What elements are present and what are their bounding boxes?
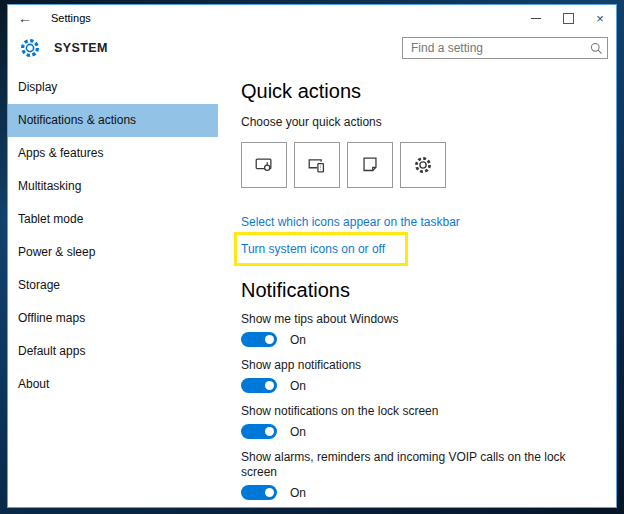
sidebar-item-power-sleep[interactable]: Power & sleep	[8, 236, 218, 269]
toggle-app-notifications[interactable]	[241, 378, 277, 393]
highlight-annotation-box: Turn system icons on or off	[234, 232, 408, 266]
toggle-tips[interactable]	[241, 332, 277, 347]
sidebar-item-apps-features[interactable]: Apps & features	[8, 137, 218, 170]
quick-action-connect-button[interactable]	[294, 142, 340, 188]
toggle-label-tips: Show me tips about Windows	[241, 312, 586, 327]
toggle-knob	[265, 488, 274, 497]
close-button[interactable]: ×	[584, 5, 616, 31]
quick-actions-subtitle: Choose your quick actions	[241, 115, 616, 130]
quick-action-tablet-mode-button[interactable]	[241, 142, 287, 188]
quick-actions-row	[241, 142, 616, 188]
maximize-button[interactable]	[552, 5, 584, 31]
note-icon	[359, 154, 381, 176]
toggle-knob	[265, 335, 274, 344]
settings-gear-icon	[18, 36, 42, 60]
toggle-state-tips: On	[290, 333, 306, 347]
connect-icon	[306, 154, 328, 176]
link-turn-system-icons[interactable]: Turn system icons on or off	[241, 241, 385, 257]
toggle-state-alarms: On	[290, 486, 306, 500]
toggle-knob	[265, 427, 274, 436]
search-icon	[589, 41, 603, 55]
notifications-heading: Notifications	[241, 278, 616, 302]
toggle-state-lock-screen: On	[290, 425, 306, 439]
page-title: SYSTEM	[54, 41, 108, 55]
toggle-state-app-notifications: On	[290, 379, 306, 393]
quick-action-note-button[interactable]	[347, 142, 393, 188]
app-header: SYSTEM	[8, 31, 616, 65]
settings-window: ← Settings × SYSTEM Displa	[7, 4, 617, 508]
tablet-mode-icon	[253, 154, 275, 176]
sidebar: Display Notifications & actions Apps & f…	[8, 65, 218, 507]
sidebar-item-offline-maps[interactable]: Offline maps	[8, 302, 218, 335]
toggle-knob	[265, 381, 274, 390]
toggle-label-lock-screen: Show notifications on the lock screen	[241, 404, 586, 419]
toggle-lock-screen[interactable]	[241, 424, 277, 439]
close-icon: ×	[596, 12, 604, 25]
link-select-taskbar-icons[interactable]: Select which icons appear on the taskbar	[241, 214, 460, 230]
search-input[interactable]	[402, 37, 608, 59]
minimize-button[interactable]	[520, 5, 552, 31]
minimize-icon	[531, 18, 541, 19]
quick-actions-heading: Quick actions	[241, 79, 616, 103]
search-box	[402, 37, 608, 59]
toggle-label-alarms: Show alarms, reminders and incoming VOIP…	[241, 450, 586, 480]
sidebar-item-multitasking[interactable]: Multitasking	[8, 170, 218, 203]
sidebar-item-about[interactable]: About	[8, 368, 218, 401]
quick-action-all-settings-button[interactable]	[400, 142, 446, 188]
toggle-label-app-notifications: Show app notifications	[241, 358, 586, 373]
sidebar-item-default-apps[interactable]: Default apps	[8, 335, 218, 368]
window-title: Settings	[51, 12, 91, 24]
main-content: Quick actions Choose your quick actions	[218, 65, 616, 507]
sidebar-item-storage[interactable]: Storage	[8, 269, 218, 302]
window-controls: ×	[520, 5, 616, 31]
all-settings-gear-icon	[412, 154, 434, 176]
sidebar-item-notifications-actions[interactable]: Notifications & actions	[8, 104, 218, 137]
toggle-alarms[interactable]	[241, 485, 277, 500]
sidebar-item-tablet-mode[interactable]: Tablet mode	[8, 203, 218, 236]
maximize-icon	[563, 13, 574, 24]
window-body: Display Notifications & actions Apps & f…	[8, 65, 616, 507]
sidebar-item-display[interactable]: Display	[8, 71, 218, 104]
titlebar: ← Settings ×	[8, 5, 616, 31]
back-icon[interactable]: ←	[18, 5, 40, 31]
